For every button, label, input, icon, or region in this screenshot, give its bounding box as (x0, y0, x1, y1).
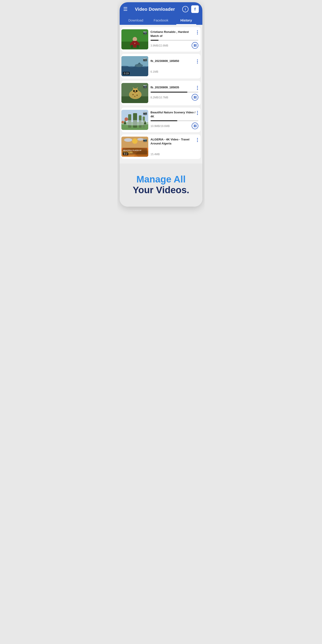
card-bottom-row: 10.9MB/19.6MB (150, 122, 198, 129)
card-info: fb_20230809_185835 8.2MB/10.7MB (150, 86, 198, 100)
video-title: fb_20230809_185850 (150, 59, 196, 63)
svg-point-16 (132, 88, 138, 94)
svg-point-35 (122, 121, 124, 124)
more-options-icon[interactable] (196, 86, 198, 90)
phone-wrapper: ☰ Video Downloader i f Download Facebook… (120, 2, 202, 206)
video-size: 8.2MB/10.7MB (150, 96, 168, 99)
card-bottom-row: 15.4MB (150, 152, 198, 156)
progress-bar (150, 120, 198, 121)
video-duration: 0:19 (123, 72, 130, 75)
facebook-icon-btn[interactable]: f (191, 5, 199, 13)
tab-download[interactable]: Download (123, 16, 148, 25)
video-camera-icon: 📷 (143, 58, 147, 61)
more-options-icon[interactable] (196, 110, 198, 115)
svg-point-19 (134, 92, 136, 93)
svg-point-39 (124, 138, 132, 142)
app-title: Video Downloader (135, 7, 175, 12)
more-options-icon[interactable] (196, 59, 198, 64)
svg-rect-7 (137, 45, 139, 48)
more-options-icon[interactable] (196, 30, 198, 34)
video-title: Beautiful Nature Scenery Video / 4K (150, 110, 196, 118)
video-camera-icon: 📷 (143, 31, 147, 34)
content-area: 7 📷 Cristiano Ronaldo , Hardest Match of (120, 25, 202, 164)
card-info: ALGERIA - 4K Video - Travel Around Alger… (150, 138, 198, 156)
video-item: 7 📷 Cristiano Ronaldo , Hardest Match of (122, 27, 200, 52)
card-info: Cristiano Ronaldo , Hardest Match of 3.9… (150, 30, 198, 49)
progress-bar (150, 92, 198, 92)
svg-text:7: 7 (134, 42, 136, 44)
header-icons: i f (182, 5, 199, 13)
video-size: 6.1MB (150, 70, 158, 73)
video-item: 📷 Beautiful Nature Scenery Video / 4K (122, 108, 200, 132)
hamburger-icon[interactable]: ☰ (123, 6, 128, 12)
svg-point-34 (124, 118, 128, 121)
video-duration: 8:2 (123, 152, 128, 156)
svg-point-20 (132, 94, 134, 95)
pause-button[interactable] (192, 94, 198, 100)
svg-point-22 (134, 96, 136, 97)
card-info: fb_20230809_185850 6.1MB (150, 59, 198, 73)
card-bottom-row: 8.2MB/10.7MB (150, 94, 198, 100)
tab-history[interactable]: History (174, 16, 199, 25)
video-size: 15.4MB (150, 153, 160, 156)
video-item: 📷 0:19 fb_20230809_185850 6.1MB (122, 54, 200, 78)
svg-point-38 (132, 138, 138, 144)
thumbnail: 📷 0:19 (122, 56, 148, 76)
thumbnail: 📷 (122, 110, 148, 130)
video-title: fb_20230809_185835 (150, 86, 196, 90)
promo-line2: Your Videos. (124, 184, 198, 196)
thumbnail: BEAUTIFUL PLACES OF ALGERI 📷 8:2 (122, 137, 148, 157)
video-title: ALGERIA - 4K Video - Travel Around Alger… (150, 138, 196, 146)
pause-button[interactable] (192, 122, 198, 129)
app-header: ☰ Video Downloader i f Download Facebook… (120, 2, 202, 25)
progress-fill (150, 92, 188, 92)
svg-point-12 (135, 64, 143, 67)
video-camera-icon: 📷 (143, 111, 147, 115)
svg-point-17 (133, 90, 135, 92)
info-icon[interactable]: i (182, 6, 188, 12)
video-item: 📷 fb_20230809_185835 8.2 (122, 81, 200, 105)
svg-point-40 (137, 138, 144, 141)
promo-line1: Manage All (124, 174, 198, 184)
card-info: Beautiful Nature Scenery Video / 4K 10.9… (150, 110, 198, 129)
svg-point-3 (132, 37, 137, 41)
progress-fill (150, 120, 177, 121)
video-title: Cristiano Ronaldo , Hardest Match of (150, 30, 196, 38)
thumbnail: 7 📷 (122, 29, 148, 50)
video-size: 3.9MB/22.6MB (150, 44, 168, 47)
tab-facebook[interactable]: Facebook (148, 16, 174, 25)
video-size: 10.9MB/19.6MB (150, 124, 170, 128)
tab-bar: Download Facebook History (123, 16, 199, 25)
promo-section: Manage All Your Videos. (120, 164, 202, 206)
progress-row (150, 40, 198, 41)
progress-row (150, 120, 198, 121)
progress-bar (150, 40, 198, 41)
pause-button[interactable] (192, 42, 198, 49)
svg-rect-6 (131, 45, 133, 48)
video-camera-icon: 📷 (143, 138, 147, 142)
progress-fill (150, 40, 158, 41)
thumbnail: 📷 (122, 83, 148, 103)
svg-text:BEAUTIFUL PLACES OF: BEAUTIFUL PLACES OF (123, 150, 142, 151)
video-camera-icon: 📷 (143, 84, 147, 88)
svg-point-21 (136, 94, 138, 96)
svg-point-18 (136, 90, 138, 92)
card-bottom-row: 6.1MB (150, 70, 198, 73)
video-item: BEAUTIFUL PLACES OF ALGERI 📷 8:2 ALGERIA… (122, 134, 200, 159)
progress-row (150, 92, 198, 92)
more-options-icon[interactable] (196, 138, 198, 142)
card-bottom-row: 3.9MB/22.6MB (150, 42, 198, 49)
